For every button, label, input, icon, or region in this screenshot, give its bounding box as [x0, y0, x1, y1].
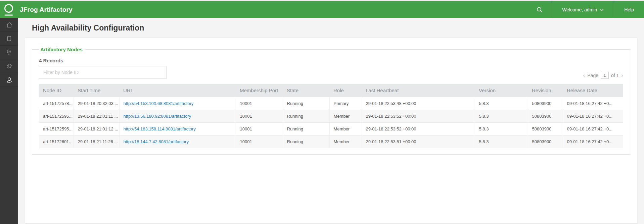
table-row: art-15172595...29-01-18 21:01:11 ...http… — [39, 110, 623, 122]
column-header[interactable]: Start Time — [74, 84, 119, 97]
user-menu[interactable]: Welcome, admin — [552, 1, 614, 18]
packages-icon — [5, 35, 13, 42]
page-of-label: of 1 — [611, 73, 619, 78]
table-cell: Running — [283, 135, 329, 148]
sidebar-item-home[interactable] — [0, 18, 18, 32]
table-cell: 29-01-18 22:53:52 +00:00 — [362, 122, 475, 135]
pagination: ‹ Page of 1 › — [583, 72, 623, 79]
previous-page-button[interactable]: ‹ — [583, 72, 585, 78]
sidebar-nav — [0, 18, 18, 224]
table-cell: 29-01-18 21:01:12 ... — [74, 122, 119, 135]
home-icon — [5, 21, 13, 29]
table-cell: 29-01-18 20:32:03 ... — [74, 97, 119, 110]
column-header[interactable]: Last Heartbeat — [362, 84, 475, 97]
table-cell: 5.8.3 — [475, 110, 528, 122]
column-header[interactable]: Role — [329, 84, 362, 97]
table-cell: 50803900 — [528, 97, 563, 110]
table-cell: 09-01-18 16:27:42 +0... — [563, 97, 623, 110]
settings-icon — [5, 62, 13, 70]
content-card: Artifactory Nodes 4 Records ‹ Page of 1 … — [25, 38, 637, 223]
table-cell: 29-01-18 21:11:26 ... — [74, 135, 119, 148]
welcome-label: Welcome, admin — [562, 7, 597, 12]
node-url-cell: http://54.153.100.68:8081/artifactory — [119, 97, 236, 110]
table-cell: Running — [283, 110, 329, 122]
table-cell: 29-01-18 22:53:51 +00:00 — [362, 135, 475, 148]
sidebar-item-admin[interactable] — [0, 73, 18, 87]
table-cell: 29-01-18 21:01:11 ... — [74, 110, 119, 122]
table-cell: 5.8.3 — [475, 122, 528, 135]
table-cell: 09-01-18 16:27:42 +0... — [563, 135, 623, 148]
main-content: High Availability Configuration Artifact… — [18, 18, 644, 224]
table-cell: Running — [283, 97, 329, 110]
nodes-table: Node IDStart TimeURLMembership PortState… — [39, 84, 623, 148]
topbar-spacer — [73, 1, 527, 18]
table-cell: art-15172595... — [39, 122, 74, 135]
table-cell: art-15172595... — [39, 110, 74, 122]
artifactory-nodes-fieldset: Artifactory Nodes 4 Records ‹ Page of 1 … — [32, 47, 630, 155]
node-url-cell: http://13.56.180.92:8081/artifactory — [119, 110, 236, 122]
sidebar-item-search[interactable] — [0, 46, 18, 59]
table-cell: Member — [329, 122, 362, 135]
table-row: art-15172601...29-01-18 21:11:26 ...http… — [39, 135, 623, 148]
search-icon — [536, 6, 543, 13]
table-cell: 50803900 — [528, 135, 563, 148]
table-cell: 50803900 — [528, 122, 563, 135]
node-url-cell: http://18.144.7.42:8081/artifactory — [119, 135, 236, 148]
admin-user-icon — [5, 76, 13, 84]
node-url-link[interactable]: http://54.153.100.68:8081/artifactory — [124, 101, 194, 106]
table-row: art-15172578...29-01-18 20:32:03 ...http… — [39, 97, 623, 110]
next-page-button[interactable]: › — [621, 72, 623, 78]
table-cell: 5.8.3 — [475, 135, 528, 148]
filter-input[interactable] — [39, 66, 167, 79]
help-link[interactable]: Help — [614, 1, 644, 18]
column-header[interactable]: Release Date — [563, 84, 623, 97]
node-url-link[interactable]: http://13.56.180.92:8081/artifactory — [124, 114, 191, 119]
table-cell: Member — [329, 135, 362, 148]
brand-zone[interactable]: JFrog Artifactory — [0, 1, 73, 18]
top-navigation-bar: JFrog Artifactory Welcome, admin Help — [0, 1, 644, 18]
table-cell: 09-01-18 16:27:42 +0... — [563, 110, 623, 122]
table-cell: 5.8.3 — [475, 97, 528, 110]
table-cell: Member — [329, 110, 362, 122]
column-header[interactable]: Revision — [528, 84, 563, 97]
current-page-input[interactable] — [601, 72, 609, 79]
column-header[interactable]: Membership Port — [236, 84, 283, 97]
column-header[interactable]: Node ID — [39, 84, 74, 97]
node-url-cell: http://54.183.158.114:8081/artifactory — [119, 122, 236, 135]
table-header-row: Node IDStart TimeURLMembership PortState… — [39, 84, 623, 97]
table-cell: 09-01-18 16:27:42 +0... — [563, 122, 623, 135]
table-cell: 10001 — [236, 122, 283, 135]
table-row: art-15172595...29-01-18 21:01:12 ...http… — [39, 122, 623, 135]
records-count-label: 4 Records — [39, 58, 623, 63]
node-url-link[interactable]: http://54.183.158.114:8081/artifactory — [124, 126, 196, 131]
fieldset-legend: Artifactory Nodes — [39, 47, 85, 52]
table-cell: art-15172578... — [39, 97, 74, 110]
sidebar-item-settings[interactable] — [0, 59, 18, 73]
column-header[interactable]: State — [283, 84, 329, 97]
global-search-button[interactable] — [527, 1, 552, 18]
page-title: High Availability Configuration — [32, 23, 637, 33]
table-cell: 10001 — [236, 97, 283, 110]
filter-row: ‹ Page of 1 › — [39, 66, 623, 79]
table-cell: art-15172601... — [39, 135, 74, 148]
node-url-link[interactable]: http://18.144.7.42:8081/artifactory — [124, 139, 189, 144]
column-header[interactable]: Version — [475, 84, 528, 97]
page-label: Page — [587, 73, 598, 78]
table-cell: 10001 — [236, 110, 283, 122]
search-icon — [5, 49, 13, 56]
table-cell: Primary — [329, 97, 362, 110]
jfrog-logo-icon — [3, 3, 16, 17]
chevron-down-icon — [600, 9, 604, 11]
table-cell: 29-01-18 22:53:48 +00:00 — [362, 97, 475, 110]
table-cell: Running — [283, 122, 329, 135]
brand-title: JFrog Artifactory — [20, 6, 73, 13]
table-cell: 50803900 — [528, 110, 563, 122]
column-header[interactable]: URL — [119, 84, 236, 97]
table-cell: 29-01-18 22:53:52 +00:00 — [362, 110, 475, 122]
table-cell: 10001 — [236, 135, 283, 148]
sidebar-item-artifacts[interactable] — [0, 32, 18, 46]
